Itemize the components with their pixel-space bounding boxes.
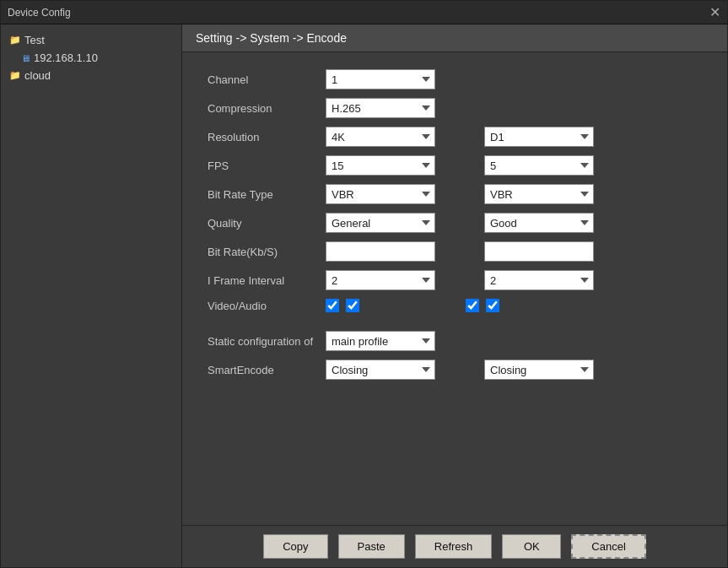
static-config-row: Static configuration of main profilebase…	[208, 331, 702, 351]
channel-label: Channel	[208, 73, 326, 86]
content-area: 📁 Test 🖥 192.168.1.10 📁 cloud Setting ->…	[1, 24, 727, 567]
bit-rate-label: Bit Rate(Kb/S)	[208, 246, 326, 258]
bit-rate-type2-col: VBRCBR	[484, 184, 594, 204]
footer-buttons: Copy Paste Refresh OK Cancel	[182, 525, 727, 567]
sidebar-item-test-label: Test	[24, 34, 45, 46]
smart-encode2-select[interactable]: ClosingOpening	[484, 360, 594, 380]
refresh-button[interactable]: Refresh	[415, 534, 493, 559]
resolution-row: Resolution 4K1080P720PD1CIF D1CIFQCIF	[208, 127, 702, 147]
smart-encode2-col: ClosingOpening	[484, 360, 594, 380]
smart-encode-controls: ClosingOpening ClosingOpening	[326, 360, 594, 380]
quality2-col: GoodGeneralBestLow	[484, 213, 594, 233]
bit-rate-type2-select[interactable]: VBRCBR	[484, 184, 594, 204]
bit-rate-row: Bit Rate(Kb/S) 2639 321	[208, 241, 702, 262]
fps-row: FPS 151051 511510	[208, 155, 702, 176]
i-frame-label: I Frame Interval	[208, 274, 326, 287]
static-config-controls: main profilebase profilehigh profile	[326, 331, 435, 351]
i-frame-row: I Frame Interval 2148 2148	[208, 270, 702, 290]
close-button[interactable]: ✕	[709, 6, 720, 19]
resolution-select[interactable]: 4K1080P720PD1CIF	[326, 127, 435, 147]
sidebar-item-ip-label: 192.168.1.10	[34, 51, 98, 64]
sidebar-item-cloud[interactable]: 📁 cloud	[4, 67, 178, 84]
quality2-select[interactable]: GoodGeneralBestLow	[484, 213, 594, 233]
form-area: Channel 1234 Compression H.265H.264MJPEG	[182, 52, 727, 525]
channel-select[interactable]: 1234	[326, 69, 435, 89]
fps-select[interactable]: 151051	[326, 155, 435, 176]
i-frame-controls: 2148 2148	[326, 270, 594, 290]
i-frame-select[interactable]: 2148	[326, 270, 435, 290]
i-frame2-col: 2148	[484, 270, 594, 290]
bit-rate-type-label: Bit Rate Type	[208, 188, 326, 201]
bit-rate-type-controls: VBRCBR VBRCBR	[326, 184, 594, 204]
video2-checkbox[interactable]	[466, 299, 479, 312]
fps-label: FPS	[208, 160, 326, 172]
compression-select[interactable]: H.265H.264MJPEG	[326, 98, 435, 118]
smart-encode-select[interactable]: ClosingOpening	[326, 360, 435, 380]
compression-row: Compression H.265H.264MJPEG	[208, 98, 702, 118]
copy-button[interactable]: Copy	[263, 534, 327, 559]
resolution2-col: D1CIFQCIF	[484, 127, 594, 147]
resolution-controls: 4K1080P720PD1CIF D1CIFQCIF	[326, 127, 594, 147]
sidebar-item-cloud-label: cloud	[24, 69, 51, 82]
bit-rate-type-row: Bit Rate Type VBRCBR VBRCBR	[208, 184, 702, 204]
i-frame2-select[interactable]: 2148	[484, 270, 594, 290]
channel-row: Channel 1234	[208, 69, 702, 89]
quality-select[interactable]: GeneralGoodBestLow	[326, 213, 435, 233]
smart-encode-row: SmartEncode ClosingOpening ClosingOpenin…	[208, 360, 702, 380]
bit-rate-type-select[interactable]: VBRCBR	[326, 184, 435, 204]
compression-label: Compression	[208, 102, 326, 115]
ip-icon: 🖥	[21, 53, 30, 63]
device-config-window: Device Config ✕ 📁 Test 🖥 192.168.1.10 📁 …	[0, 0, 728, 568]
bit-rate-input: 2639	[326, 241, 435, 262]
fps-controls: 151051 511510	[326, 155, 594, 176]
sidebar: 📁 Test 🖥 192.168.1.10 📁 cloud	[1, 24, 182, 567]
video-audio2-controls	[466, 299, 499, 312]
breadcrumb: Setting -> System -> Encode	[182, 24, 727, 52]
cloud-icon: 📁	[9, 70, 21, 81]
title-bar: Device Config ✕	[1, 1, 727, 24]
quality-controls: GeneralGoodBestLow GoodGeneralBestLow	[326, 213, 594, 233]
resolution-label: Resolution	[208, 131, 326, 143]
window-title: Device Config	[8, 7, 71, 19]
smart-encode-label: SmartEncode	[208, 364, 326, 376]
quality-label: Quality	[208, 217, 326, 230]
channel-controls: 1234	[326, 69, 435, 89]
video-audio-row: Video/Audio	[208, 299, 702, 312]
bit-rate-controls: 2639 321	[326, 241, 594, 262]
sidebar-item-ip[interactable]: 🖥 192.168.1.10	[4, 49, 178, 67]
audio-checkbox[interactable]	[346, 299, 359, 312]
ok-button[interactable]: OK	[502, 534, 561, 559]
test-icon: 📁	[9, 35, 21, 46]
audio2-checkbox[interactable]	[486, 299, 499, 312]
video-audio-controls	[326, 299, 499, 312]
sidebar-item-test[interactable]: 📁 Test	[4, 31, 178, 49]
bit-rate2-col: 321	[484, 241, 594, 262]
compression-controls: H.265H.264MJPEG	[326, 98, 435, 118]
video-audio-label: Video/Audio	[208, 300, 326, 312]
spacer	[208, 321, 702, 331]
video-checkbox[interactable]	[326, 299, 339, 312]
bit-rate2-input: 321	[484, 241, 594, 262]
static-config-select[interactable]: main profilebase profilehigh profile	[326, 331, 435, 351]
fps2-select[interactable]: 511510	[484, 155, 594, 176]
paste-button[interactable]: Paste	[338, 534, 405, 559]
fps2-col: 511510	[484, 155, 594, 176]
resolution2-select[interactable]: D1CIFQCIF	[484, 127, 594, 147]
cancel-button[interactable]: Cancel	[571, 534, 645, 559]
quality-row: Quality GeneralGoodBestLow GoodGeneralBe…	[208, 213, 702, 233]
static-config-label: Static configuration of	[208, 335, 326, 348]
main-panel: Setting -> System -> Encode Channel 1234…	[182, 24, 727, 567]
